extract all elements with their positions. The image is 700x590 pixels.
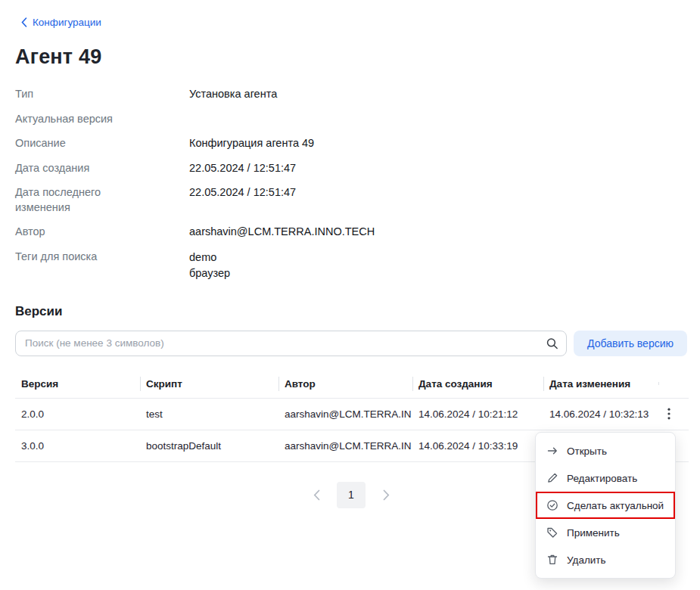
tag-line: браузер: [189, 266, 687, 281]
cell-script: bootstrapDefault: [140, 430, 278, 461]
column-header-script: Скрипт: [140, 370, 278, 398]
cell-author: aarshavin@LCM.TERRA.IN: [278, 399, 412, 430]
menu-item-apply[interactable]: Применить: [536, 519, 675, 546]
menu-item-label: Открыть: [567, 446, 607, 457]
detail-value-type: Установка агента: [189, 87, 687, 102]
detail-label-modified: Дата последнего изменения: [15, 185, 144, 215]
cell-script: test: [140, 399, 278, 430]
menu-item-label: Редактировать: [567, 473, 637, 484]
menu-item-label: Сделать актуальной: [567, 500, 664, 511]
column-header-author: Автор: [278, 370, 412, 398]
chevron-left-icon: [21, 17, 27, 27]
menu-item-label: Удалить: [567, 554, 606, 566]
menu-item-delete[interactable]: Удалить: [536, 546, 675, 573]
tag-line: demo: [189, 250, 687, 266]
menu-item-open[interactable]: Открыть: [536, 437, 675, 464]
cell-version: 3.0.0: [15, 430, 140, 461]
pencil-icon: [546, 472, 558, 484]
search-box: [15, 331, 567, 356]
cell-modified: 14.06.2024 / 10:32:13: [543, 399, 658, 430]
cell-version: 2.0.0: [15, 399, 140, 430]
add-version-button[interactable]: Добавить версию: [574, 331, 687, 356]
detail-label-created: Дата создания: [15, 161, 144, 176]
tag-icon: [546, 526, 558, 539]
trash-icon: [546, 554, 558, 566]
pagination-page-1[interactable]: 1: [337, 482, 366, 508]
table-header-row: Версия Скрипт Автор Дата создания Дата и…: [15, 370, 689, 399]
menu-item-edit[interactable]: Редактировать: [536, 464, 675, 492]
detail-label-tags: Теги для поиска: [15, 250, 144, 281]
detail-value-current-version: [189, 112, 687, 127]
detail-value-created: 22.05.2024 / 12:51:47: [189, 161, 687, 176]
check-circle-icon: [546, 499, 558, 511]
details-list: Тип Установка агента Актуальная версия О…: [15, 87, 687, 281]
cell-created: 14.06.2024 / 10:33:19: [412, 430, 543, 461]
breadcrumb-back-label: Конфигурации: [33, 17, 101, 28]
versions-section-heading: Версии: [15, 304, 687, 319]
detail-value-tags: demo браузер: [189, 250, 687, 281]
pagination-prev-icon[interactable]: [305, 482, 328, 508]
column-header-version: Версия: [15, 370, 140, 398]
menu-item-make-current[interactable]: Сделать актуальной: [536, 492, 675, 519]
detail-value-modified: 22.05.2024 / 12:51:47: [189, 185, 687, 215]
search-input[interactable]: [15, 331, 567, 356]
page-title: Агент 49: [15, 45, 687, 69]
versions-toolbar: Добавить версию: [15, 331, 687, 356]
detail-label-current-version: Актуальная версия: [15, 112, 144, 127]
detail-value-author: aarshavin@LCM.TERRA.INNO.TECH: [189, 225, 687, 240]
column-header-actions: [658, 375, 689, 392]
menu-item-label: Применить: [567, 527, 620, 539]
detail-label-description: Описание: [15, 136, 144, 151]
arrow-right-icon: [546, 445, 558, 457]
search-icon[interactable]: [546, 337, 558, 349]
detail-label-type: Тип: [15, 87, 144, 102]
row-actions-kebab-icon[interactable]: [658, 403, 680, 424]
cell-created: 14.06.2024 / 10:21:12: [412, 399, 543, 430]
detail-label-author: Автор: [15, 225, 144, 240]
column-header-created: Дата создания: [412, 370, 543, 398]
column-header-modified: Дата изменения: [543, 370, 658, 398]
cell-author: aarshavin@LCM.TERRA.IN: [278, 430, 412, 461]
pagination-next-icon[interactable]: [375, 482, 397, 508]
detail-value-description: Конфигурация агента 49: [189, 136, 687, 151]
table-row[interactable]: 2.0.0 test aarshavin@LCM.TERRA.IN 14.06.…: [15, 399, 689, 430]
breadcrumb-back-link[interactable]: Конфигурации: [21, 17, 101, 28]
row-actions-context-menu: Открыть Редактировать Сделать актуальной…: [535, 432, 676, 579]
